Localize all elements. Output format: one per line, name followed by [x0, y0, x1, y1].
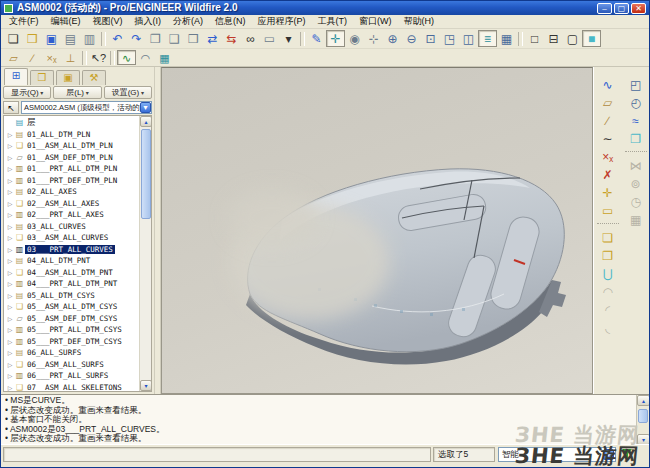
repaint-button[interactable]: ✎ [307, 30, 326, 47]
datum-point-tool[interactable]: ×ₓ [597, 149, 619, 167]
select-arrow-button[interactable]: ↖ [3, 101, 19, 114]
open-file-button[interactable]: ❒ [23, 30, 42, 47]
paste-special-button[interactable]: ❒ [184, 30, 203, 47]
expand-arrow-icon[interactable] [6, 188, 14, 195]
expand-arrow-icon[interactable] [6, 165, 14, 172]
tab-folder-browser[interactable]: ❒ [30, 70, 54, 85]
expand-arrow-icon[interactable] [6, 269, 14, 276]
expand-arrow-icon[interactable] [6, 315, 14, 322]
zoom-in-button[interactable]: ⊕ [383, 30, 402, 47]
layer-label[interactable]: 01__ASM_DEF_DTM_PLN [25, 153, 115, 162]
extrude-tool-button[interactable]: ◰ [625, 77, 647, 95]
expand-arrow-icon[interactable] [6, 292, 14, 299]
merge-tool-button[interactable]: ⋃ [597, 266, 619, 284]
tab-model-tree[interactable]: ⊞ [4, 68, 28, 85]
pan-zoom-button[interactable]: ⊹ [364, 30, 383, 47]
layer-label[interactable]: 01__ASM_ALL_DTM_PLN [25, 141, 115, 150]
menu-file[interactable]: 文件(F) [3, 15, 45, 28]
layer-row[interactable]: 05__ASM_ALL_DTM_CSYS [6, 301, 139, 313]
menu-analysis[interactable]: 分析(A) [167, 15, 209, 28]
find-button[interactable]: ∞ [241, 30, 260, 47]
csys-tool-button[interactable]: ✛ [597, 185, 619, 203]
pattern-tool-button[interactable]: ▦ [625, 212, 647, 230]
maximize-button[interactable] [614, 3, 629, 14]
datum-point-toggle[interactable]: ×ₓ [42, 50, 61, 65]
save-file-button[interactable]: ▣ [42, 30, 61, 47]
layer-row[interactable]: 01__ASM_DEF_DTM_PLN [6, 152, 139, 164]
expand-arrow-icon[interactable] [6, 349, 14, 356]
expand-arrow-icon[interactable] [6, 154, 14, 161]
layer-row[interactable]: 06___PRT_ALL_SURFS [6, 370, 139, 382]
expand-arrow-icon[interactable] [6, 211, 14, 218]
expand-arrow-icon[interactable] [6, 246, 14, 253]
datum-axis-toggle[interactable]: ∕ [23, 50, 42, 65]
trim-tool-button[interactable]: ◜ [597, 302, 619, 320]
expand-arrow-icon[interactable] [6, 372, 14, 379]
shaded-button[interactable]: ■ [582, 30, 601, 47]
layer-row[interactable]: 01___PRT_DEF_DTM_PLN [6, 175, 139, 187]
orient-mode-button[interactable]: ◉ [345, 30, 364, 47]
expand-arrow-icon[interactable] [6, 303, 14, 310]
close-button[interactable] [631, 3, 646, 14]
layer-row[interactable]: 04__ASM_ALL_DTM_PNT [6, 267, 139, 279]
hole-tool-button[interactable]: ⊚ [625, 176, 647, 194]
csys-display-toggle[interactable]: ⊥ [61, 50, 80, 65]
menu-window[interactable]: 窗口(W) [353, 15, 398, 28]
expand-arrow-icon[interactable] [6, 326, 14, 333]
layer-label[interactable]: 06___PRT_ALL_SURFS [25, 371, 110, 380]
layer-row[interactable]: 04___PRT_ALL_DTM_PNT [6, 278, 139, 290]
scroll-thumb[interactable] [638, 409, 648, 423]
regenerate-button[interactable]: ⇄ [203, 30, 222, 47]
new-file-button[interactable]: ❏ [4, 30, 23, 47]
reorient-button[interactable]: ◳ [440, 30, 459, 47]
layer-row[interactable]: 02_ALL_AXES [6, 186, 139, 198]
hidden-line-button[interactable]: ⊟ [544, 30, 563, 47]
layer-label[interactable]: 05___PRT_ALL_DTM_CSYS [25, 325, 124, 334]
saved-views-button[interactable]: ▦ [497, 30, 516, 47]
pipe-tool-button[interactable]: ◠ [136, 50, 155, 65]
layer-label[interactable]: 03__ASM_ALL_CURVES [25, 233, 110, 242]
undo-button[interactable]: ↶ [108, 30, 127, 47]
datum-plane-tool[interactable]: ▱ [597, 95, 619, 113]
layer-label[interactable]: 07__ASM_ALL_SKELETONS [25, 383, 124, 392]
select-box-button[interactable]: ▭ [260, 30, 279, 47]
layer-label[interactable]: 02___PRT_ALL_AXES [25, 210, 106, 219]
mirror-tool-button[interactable]: ◠ [597, 284, 619, 302]
scroll-down-icon[interactable] [637, 434, 649, 444]
layer-label[interactable]: 06_ALL_SURFS [25, 348, 83, 357]
layer-label[interactable]: 02_ALL_AXES [25, 187, 79, 196]
layer-tree-root[interactable]: 层 [6, 117, 139, 129]
expand-arrow-icon[interactable] [6, 234, 14, 241]
blend-tool-button[interactable]: ❐ [625, 131, 647, 149]
copy-button[interactable]: ❐ [146, 30, 165, 47]
scroll-thumb[interactable] [141, 129, 151, 219]
sketch-tool-button[interactable]: ∼ [597, 131, 619, 149]
layer-label[interactable]: 01___PRT_ALL_DTM_PLN [25, 164, 119, 173]
layer-row[interactable]: 02__ASM_ALL_AXES [6, 198, 139, 210]
expand-arrow-icon[interactable] [6, 200, 14, 207]
select-options-caret[interactable]: ▾ [279, 30, 298, 47]
regenerate-custom-button[interactable]: ⇆ [222, 30, 241, 47]
settings-menu-button[interactable]: 设置(G) [104, 86, 152, 99]
menu-view[interactable]: 视图(V) [87, 15, 129, 28]
layer-label[interactable]: 05__ASM_DEF_DTM_CSYS [25, 314, 119, 323]
menu-tools[interactable]: 工具(T) [312, 15, 354, 28]
layer-label[interactable]: 05_ALL_DTM_CSYS [25, 291, 97, 300]
expand-arrow-icon[interactable] [6, 223, 14, 230]
layer-row[interactable]: 01_ALL_DTM_PLN [6, 129, 139, 141]
no-hidden-button[interactable]: ▢ [563, 30, 582, 47]
datum-plane-toggle[interactable]: ▱ [4, 50, 23, 65]
datum-axis-tool[interactable]: ∕ [597, 113, 619, 131]
layer-row[interactable]: 05__ASM_DEF_DTM_CSYS [6, 313, 139, 325]
extend-tool-button[interactable]: ◟ [597, 320, 619, 338]
menu-edit[interactable]: 编辑(E) [45, 15, 87, 28]
layer-label[interactable]: 04___PRT_ALL_DTM_PNT [25, 279, 119, 288]
layer-row[interactable]: 03_ALL_CURVES [6, 221, 139, 233]
copy-geometry-button[interactable]: ❏ [597, 230, 619, 248]
view-manager-button[interactable]: ◫ [459, 30, 478, 47]
expand-arrow-icon[interactable] [6, 131, 14, 138]
tab-favorites[interactable]: ▣ [56, 70, 80, 85]
layer-label[interactable]: 02__ASM_ALL_AXES [25, 199, 101, 208]
tab-connections[interactable]: ⚒ [82, 70, 106, 85]
layer-label[interactable]: 06__ASM_ALL_SURFS [25, 360, 106, 369]
